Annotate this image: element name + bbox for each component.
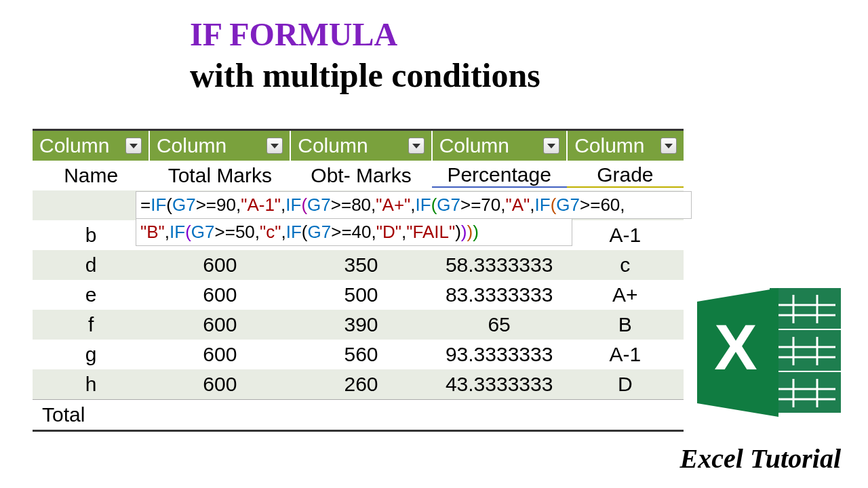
table-row: g 600 560 93.3333333 A-1	[33, 340, 684, 369]
column-labels-row: Name Total Marks Obt- Marks Percentage G…	[33, 161, 684, 190]
filter-dropdown-icon[interactable]	[267, 138, 283, 154]
table-total-row: Total	[33, 399, 684, 430]
cell-pct[interactable]: 65	[432, 313, 567, 336]
cell-name[interactable]: b	[33, 224, 149, 247]
cell-grade[interactable]: D	[567, 373, 684, 396]
table-row: h 600 260 43.3333333 D	[33, 369, 684, 399]
filter-header-total[interactable]: Column	[150, 131, 291, 161]
excel-icon: X	[692, 281, 848, 424]
filter-header-label: Column	[574, 134, 644, 157]
table-header-row: Column Column Column Column Column	[33, 131, 684, 161]
cell-name[interactable]: h	[33, 373, 149, 396]
col-label-grade: Grade	[567, 163, 684, 188]
cell-name[interactable]: g	[33, 343, 149, 366]
svg-rect-2	[770, 372, 841, 413]
col-label-total: Total Marks	[149, 164, 290, 187]
filter-header-label: Column	[298, 134, 368, 157]
cell-obt[interactable]: 260	[290, 373, 431, 396]
cell-total[interactable]: 600	[149, 283, 290, 306]
table-row: e 600 500 83.3333333 A+	[33, 280, 684, 310]
filter-dropdown-icon[interactable]	[660, 138, 677, 154]
cell-pct[interactable]: 43.3333333	[432, 373, 567, 396]
table-row: b A-1	[33, 220, 684, 250]
data-table: Column Column Column Column Column Name …	[33, 129, 684, 432]
title-line-1: IF FORMULA	[190, 17, 698, 53]
cell-grade[interactable]: A-1	[567, 343, 684, 366]
cell-name[interactable]: d	[33, 253, 149, 277]
filter-header-grade[interactable]: Column	[568, 131, 684, 161]
cell-obt[interactable]: 390	[290, 313, 431, 336]
col-label-obt: Obt- Marks	[290, 164, 431, 187]
filter-header-label: Column	[439, 134, 509, 157]
cell-total[interactable]: 600	[149, 313, 290, 336]
svg-text:X: X	[714, 311, 757, 383]
col-label-name: Name	[33, 164, 149, 187]
svg-rect-1	[770, 330, 841, 371]
filter-dropdown-icon[interactable]	[408, 138, 425, 154]
cell-obt[interactable]: 500	[290, 283, 431, 306]
svg-rect-0	[770, 288, 841, 329]
cell-name[interactable]: f	[33, 313, 149, 336]
cell-grade[interactable]: A+	[567, 283, 684, 306]
table-row: d 600 350 58.3333333 c	[33, 250, 684, 280]
filter-header-label: Column	[39, 134, 109, 157]
table-row-editing	[33, 190, 684, 220]
total-label: Total	[33, 403, 152, 426]
cell-obt[interactable]: 560	[290, 343, 431, 366]
cell-pct[interactable]: 93.3333333	[432, 343, 567, 366]
cell-obt[interactable]: 350	[290, 253, 431, 277]
cell-total[interactable]: 600	[149, 373, 290, 396]
cell-pct[interactable]: 83.3333333	[432, 283, 567, 306]
filter-header-obt[interactable]: Column	[291, 131, 432, 161]
cell-grade[interactable]: B	[567, 313, 684, 336]
cell-total[interactable]: 600	[149, 253, 290, 277]
cell-name[interactable]: e	[33, 283, 149, 306]
cell-pct[interactable]: 58.3333333	[432, 253, 567, 277]
filter-dropdown-icon[interactable]	[543, 138, 559, 154]
filter-header-name[interactable]: Column	[33, 131, 150, 161]
title-line-2: with multiple conditions	[190, 57, 698, 94]
cell-grade[interactable]: A-1	[567, 224, 684, 247]
filter-header-label: Column	[157, 134, 226, 157]
brand-label: Excel Tutorial	[680, 443, 841, 474]
table-row: f 600 390 65 B	[33, 310, 684, 340]
filter-header-pct[interactable]: Column	[433, 131, 568, 161]
page-title-block: IF FORMULA with multiple conditions	[190, 17, 698, 94]
cell-grade[interactable]: c	[567, 253, 684, 277]
col-label-pct: Percentage	[432, 163, 567, 188]
cell-total[interactable]: 600	[149, 343, 290, 366]
filter-dropdown-icon[interactable]	[125, 138, 142, 154]
